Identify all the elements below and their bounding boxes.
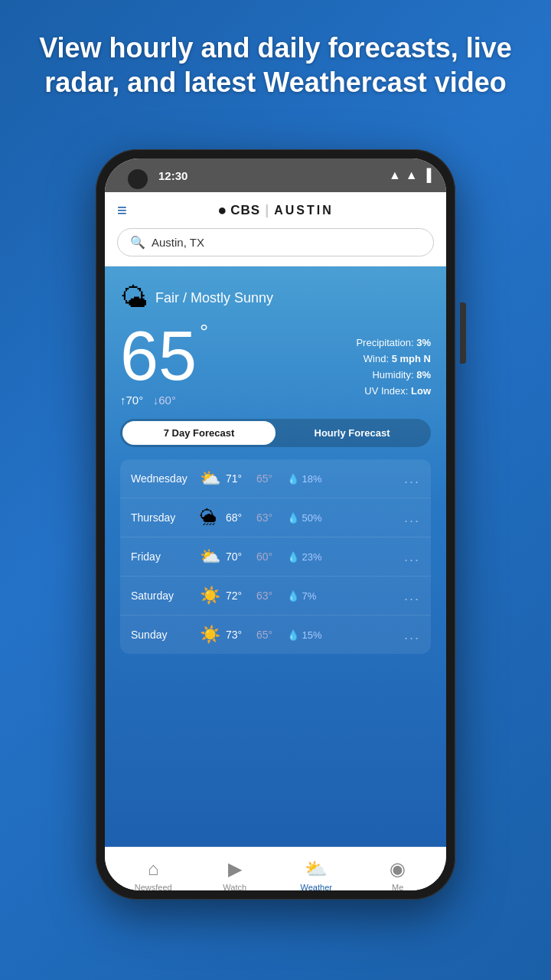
forecast-precip: 💧 23% [287, 551, 404, 563]
forecast-row[interactable]: Friday ⛅ 70° 60° 💧 23% ... [120, 537, 431, 577]
wind-row: Wind: 5 mph N [356, 353, 431, 364]
forecast-icon: ☀️ [200, 625, 226, 645]
search-icon: 🔍 [130, 235, 145, 250]
camera-dot [128, 169, 148, 189]
forecast-low: 63° [256, 511, 287, 524]
forecast-row[interactable]: Thursday 🌦 68° 63° 💧 50% ... [120, 498, 431, 537]
forecast-toggle: 7 Day Forecast Hourly Forecast [120, 419, 431, 447]
side-button [460, 302, 466, 364]
forecast-day: Sunday [131, 629, 200, 641]
forecast-icon: 🌦 [200, 508, 226, 528]
status-bar: 12:30 ▲ ▲ ▐ [105, 158, 446, 192]
7day-forecast-button[interactable]: 7 Day Forecast [122, 421, 276, 445]
forecast-precip: 💧 50% [287, 512, 404, 524]
search-input[interactable]: Austin, TX [152, 236, 204, 249]
app-header: ≡ ● CBS | AUSTIN 🔍 Austin, TX [105, 192, 446, 266]
newsfeed-icon: ⌂ [148, 858, 159, 880]
hourly-forecast-button[interactable]: Hourly Forecast [276, 421, 429, 445]
signal-icon: ▲ [406, 168, 418, 182]
forecast-precip: 💧 15% [287, 629, 404, 641]
nav-item-weather[interactable]: ⛅ Weather [276, 858, 357, 891]
nav-item-newsfeed[interactable]: ⌂ Newsfeed [112, 858, 194, 891]
forecast-low: 65° [256, 472, 287, 485]
forecast-more-button[interactable]: ... [404, 510, 420, 526]
forecast-day: Saturday [131, 590, 200, 602]
forecast-low: 65° [256, 629, 287, 641]
weather-content: 🌤 Fair / Mostly Sunny 65° ↑70° ↓60° [105, 266, 446, 847]
forecast-precip: 💧 7% [287, 590, 404, 602]
forecast-high: 72° [226, 590, 256, 602]
temp-low: ↓60° [153, 394, 176, 407]
temp-range: ↑70° ↓60° [120, 394, 208, 407]
forecast-day: Wednesday [131, 472, 200, 485]
status-icons: ▲ ▲ ▐ [389, 168, 431, 182]
weather-main: 65° ↑70° ↓60° Precipitation: 3% [120, 322, 431, 407]
condition-icon: 🌤 [120, 282, 148, 314]
humidity-row: Humidity: 8% [356, 369, 431, 381]
search-bar[interactable]: 🔍 Austin, TX [117, 228, 434, 256]
header-top: ≡ ● CBS | AUSTIN [117, 201, 434, 219]
forecast-row[interactable]: Sunday ☀️ 73° 65° 💧 15% ... [120, 616, 431, 654]
menu-icon[interactable]: ≡ [117, 201, 127, 220]
me-label: Me [392, 883, 403, 891]
forecast-icon: ☀️ [200, 586, 226, 606]
weather-icon: ⛅ [305, 858, 328, 880]
temperature-display: 65° [120, 322, 208, 390]
uv-row: UV Index: Low [356, 385, 431, 397]
me-icon: ◉ [390, 858, 406, 880]
forecast-high: 71° [226, 472, 256, 485]
forecast-low: 63° [256, 590, 287, 602]
forecast-high: 70° [226, 550, 256, 563]
newsfeed-label: Newsfeed [135, 883, 172, 891]
forecast-more-button[interactable]: ... [404, 588, 420, 604]
phone-mockup: 12:30 ▲ ▲ ▐ ≡ ● CBS | AUSTIN [96, 149, 455, 915]
wifi-icon: ▲ [389, 168, 401, 182]
forecast-row[interactable]: Saturday ☀️ 72° 63° 💧 7% ... [120, 577, 431, 616]
promo-text: View hourly and daily forecasts, live ra… [23, 31, 528, 100]
forecast-more-button[interactable]: ... [404, 627, 420, 643]
weather-details: Precipitation: 3% Wind: 5 mph N Humidity… [356, 322, 431, 401]
forecast-day: Friday [131, 550, 200, 563]
forecast-icon: ⛅ [200, 547, 226, 567]
temp-high: ↑70° [120, 394, 143, 407]
forecast-high: 68° [226, 511, 256, 524]
weather-condition: 🌤 Fair / Mostly Sunny [120, 282, 431, 314]
forecast-more-button[interactable]: ... [404, 471, 420, 487]
forecast-icon: ⛅ [200, 469, 226, 488]
watch-icon: ▶ [228, 858, 242, 880]
bottom-nav: ⌂ Newsfeed ▶ Watch ⛅ Weather ◉ Me [105, 847, 446, 890]
weather-label: Weather [301, 883, 332, 891]
forecast-low: 60° [256, 550, 287, 563]
forecast-high: 73° [226, 629, 256, 641]
forecast-day: Thursday [131, 511, 200, 524]
precipitation-row: Precipitation: 3% [356, 337, 431, 348]
nav-item-watch[interactable]: ▶ Watch [194, 858, 276, 891]
battery-icon: ▐ [422, 168, 431, 182]
status-time: 12:30 [158, 169, 187, 182]
nav-item-me[interactable]: ◉ Me [357, 858, 439, 891]
forecast-more-button[interactable]: ... [404, 549, 420, 565]
forecast-list: Wednesday ⛅ 71° 65° 💧 18% ... Thursday 🌦… [120, 459, 431, 654]
temperature-section: 65° ↑70° ↓60° [120, 322, 208, 407]
forecast-precip: 💧 18% [287, 473, 404, 485]
watch-label: Watch [223, 883, 246, 891]
app-logo: ● CBS | AUSTIN [217, 201, 334, 219]
condition-text: Fair / Mostly Sunny [155, 290, 273, 306]
forecast-row[interactable]: Wednesday ⛅ 71° 65° 💧 18% ... [120, 459, 431, 498]
